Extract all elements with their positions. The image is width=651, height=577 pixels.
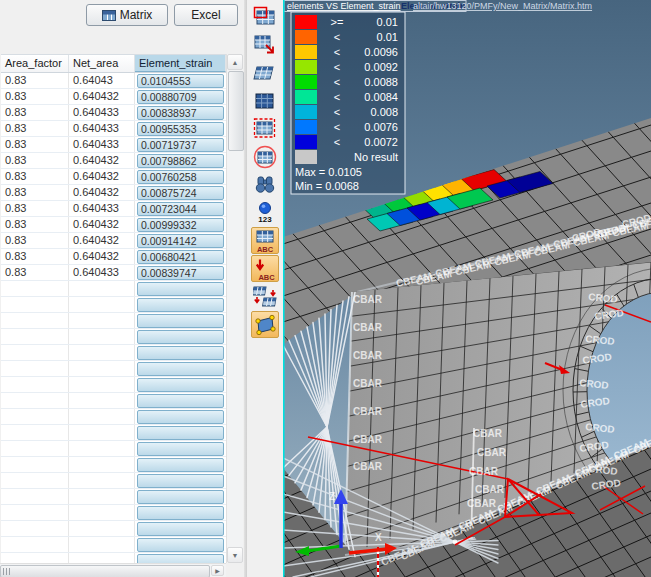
- table-row[interactable]: [1, 489, 226, 505]
- element-strain-field[interactable]: 0.00723044: [137, 202, 224, 216]
- element-strain-field[interactable]: 0.00880709: [137, 90, 224, 104]
- table-row[interactable]: 0.830.6404330.00719737: [1, 137, 226, 153]
- horizontal-scrollbar[interactable]: ▶: [0, 563, 226, 577]
- results-table: Area_factor Net_area Element_strain 0.83…: [1, 54, 226, 564]
- element-strain-field[interactable]: 0.00999332: [137, 218, 224, 232]
- table-row[interactable]: 0.830.6404320.00760258: [1, 169, 226, 185]
- element-strain-field[interactable]: [137, 362, 224, 376]
- table-row[interactable]: 0.830.6404320.00999332: [1, 217, 226, 233]
- toolbar-matrix-solid[interactable]: [251, 87, 279, 114]
- net-area-cell: 0.640432: [69, 185, 135, 200]
- net-area-cell: 0.640432: [69, 233, 135, 248]
- scroll-up-icon[interactable]: ▲: [227, 54, 243, 70]
- area-factor-cell: [1, 473, 69, 488]
- table-row[interactable]: [1, 505, 226, 521]
- column-header-area-factor[interactable]: Area_factor: [1, 55, 69, 72]
- table-row[interactable]: 0.830.6404320.00914142: [1, 233, 226, 249]
- element-strain-field[interactable]: [137, 522, 224, 536]
- toolbar-matrix-tilt[interactable]: [251, 59, 279, 86]
- 3d-viewport[interactable]: CBEAMCBEAMCBEAMCBEAMCBEAMCBEAMCBEAMCBEAM…: [283, 0, 651, 577]
- element-strain-field[interactable]: [137, 330, 224, 344]
- scroll-right-icon[interactable]: ▶: [211, 565, 224, 576]
- matrix-button[interactable]: Matrix: [86, 4, 168, 26]
- element-strain-field[interactable]: 0.00839747: [137, 266, 224, 280]
- element-strain-field[interactable]: 0.00955353: [137, 122, 224, 136]
- element-strain-field[interactable]: [137, 458, 224, 472]
- table-row[interactable]: [1, 473, 226, 489]
- import-labels-icon: ABC: [253, 257, 277, 281]
- element-strain-field[interactable]: 0.00760258: [137, 170, 224, 184]
- panel-splitter[interactable]: [244, 0, 247, 577]
- toolbar-matrix-select[interactable]: [251, 3, 279, 30]
- toolbar-import-labels[interactable]: ABC: [251, 255, 279, 282]
- column-header-net-area[interactable]: Net_area: [69, 55, 135, 72]
- table-row[interactable]: 0.830.6404320.00680421: [1, 249, 226, 265]
- vertical-scroll-thumb[interactable]: [228, 71, 244, 151]
- element-strain-field[interactable]: [137, 538, 224, 552]
- table-row[interactable]: [1, 297, 226, 313]
- table-row[interactable]: [1, 345, 226, 361]
- element-strain-field[interactable]: [137, 394, 224, 408]
- table-body: 0.830.640430.01045530.830.6404320.008807…: [1, 73, 226, 564]
- area-factor-cell: [1, 329, 69, 344]
- element-strain-field[interactable]: [137, 426, 224, 440]
- table-row[interactable]: 0.830.640430.0104553: [1, 73, 226, 89]
- element-strain-field[interactable]: [137, 378, 224, 392]
- element-strain-field[interactable]: [137, 490, 224, 504]
- toolbar-find[interactable]: [251, 171, 279, 198]
- toolbar-matrix-export[interactable]: [251, 31, 279, 58]
- column-header-element-strain[interactable]: Element_strain: [135, 55, 226, 72]
- table-row[interactable]: 0.830.6404320.00875724: [1, 185, 226, 201]
- table-row[interactable]: 0.830.6404330.00955353: [1, 121, 226, 137]
- table-row[interactable]: 0.830.6404330.00839747: [1, 265, 226, 281]
- element-strain-field[interactable]: 0.00914142: [137, 234, 224, 248]
- table-row[interactable]: [1, 281, 226, 297]
- matrix-tilt-icon: [253, 61, 277, 85]
- element-strain-field[interactable]: 0.0104553: [137, 74, 224, 88]
- toolbar-show-labels[interactable]: ABC: [251, 227, 279, 254]
- excel-button[interactable]: Excel: [174, 4, 238, 26]
- net-area-cell: [69, 441, 135, 456]
- toolbar-show-numbers[interactable]: 123: [251, 199, 279, 226]
- table-row[interactable]: 0.830.6404330.00723044: [1, 201, 226, 217]
- table-row[interactable]: 0.830.6404330.00838937: [1, 105, 226, 121]
- svg-text:123: 123: [258, 215, 272, 224]
- element-strain-field[interactable]: 0.00875724: [137, 186, 224, 200]
- table-row[interactable]: 0.830.6404320.00798862: [1, 153, 226, 169]
- element-strain-field[interactable]: 0.00798862: [137, 154, 224, 168]
- table-row[interactable]: [1, 377, 226, 393]
- table-row[interactable]: [1, 441, 226, 457]
- table-row[interactable]: 0.830.6404320.00880709: [1, 89, 226, 105]
- element-strain-field[interactable]: [137, 442, 224, 456]
- table-row[interactable]: [1, 409, 226, 425]
- table-row[interactable]: [1, 457, 226, 473]
- element-strain-field[interactable]: [137, 474, 224, 488]
- element-strain-field[interactable]: [137, 298, 224, 312]
- table-row[interactable]: [1, 521, 226, 537]
- element-strain-field[interactable]: [137, 314, 224, 328]
- matrix-select-icon: [253, 5, 277, 29]
- toolbar-matrix-region[interactable]: [251, 115, 279, 142]
- svg-text:<: <: [334, 46, 340, 58]
- element-strain-field[interactable]: 0.00719737: [137, 138, 224, 152]
- scroll-down-icon[interactable]: ▼: [227, 547, 243, 563]
- element-strain-field[interactable]: 0.00838937: [137, 106, 224, 120]
- toolbar-matrix-locate[interactable]: [251, 143, 279, 170]
- element-strain-field[interactable]: [137, 282, 224, 296]
- svg-text:<: <: [334, 31, 340, 43]
- table-row[interactable]: [1, 425, 226, 441]
- toolbar-quad-element[interactable]: [251, 311, 279, 338]
- element-strain-field[interactable]: [137, 346, 224, 360]
- toolbar-matrix-sync[interactable]: [251, 283, 279, 310]
- element-strain-field[interactable]: [137, 506, 224, 520]
- table-row[interactable]: [1, 329, 226, 345]
- table-row[interactable]: [1, 313, 226, 329]
- element-strain-field[interactable]: 0.00680421: [137, 250, 224, 264]
- table-row[interactable]: [1, 361, 226, 377]
- horizontal-scroll-thumb[interactable]: [0, 565, 210, 577]
- table-row[interactable]: [1, 537, 226, 553]
- vertical-scrollbar[interactable]: ▲ ▼: [226, 54, 243, 563]
- table-row[interactable]: [1, 393, 226, 409]
- element-strain-field[interactable]: [137, 410, 224, 424]
- net-area-cell: 0.640433: [69, 121, 135, 136]
